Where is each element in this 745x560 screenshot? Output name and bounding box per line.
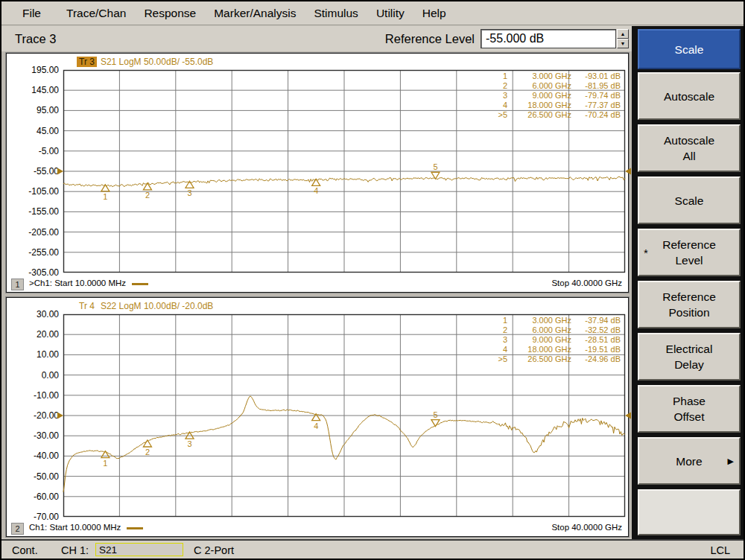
plot-area: Tr 3S21 LogM 50.00dB/ -55.0dB195.00145.0…	[1, 51, 632, 538]
marker-number-label: 5	[433, 162, 437, 171]
sweep-range-footer: 1>Ch1: Start 10.0000 MHzStop 40.0000 GHz	[7, 278, 628, 290]
plot-panel-s21: Tr 3S21 LogM 50.00dB/ -55.0dB195.00145.0…	[6, 53, 629, 293]
softkey-scale[interactable]: Scale	[638, 176, 741, 224]
spin-down-button[interactable]: ▼	[617, 39, 629, 48]
trace-marker-5[interactable]: 5	[431, 162, 440, 179]
trace-marker-1[interactable]: 1	[101, 185, 110, 201]
trace-marker-3[interactable]: 3	[186, 181, 194, 197]
sweep-mode-status: Cont.	[12, 544, 38, 556]
marker-readout-value: -37.94 dB	[571, 316, 621, 325]
marker-readout-frequency: 18.000 GHz	[507, 345, 571, 354]
marker-readout-value: -19.51 dB	[571, 345, 621, 354]
marker-readout-table: 13.000 GHz-93.01 dB26.000 GHz-81.95 dB39…	[488, 71, 621, 120]
menu-item-stimulus[interactable]: Stimulus	[305, 7, 367, 20]
softkey-label: Autoscale	[664, 133, 714, 148]
y-axis-tick-label: -40.00	[7, 451, 59, 461]
vna-screen: FileTrace/ChanResponseMarker/AnalysisSti…	[1, 1, 744, 559]
marker-number-label: 4	[314, 186, 318, 195]
softkey-label: More	[676, 454, 702, 469]
y-axis-tick-label: 0.00	[7, 370, 59, 381]
y-axis-tick-label: 10.00	[7, 349, 59, 360]
marker-readout-number: 2	[488, 325, 507, 335]
softkey-label: All	[682, 148, 695, 164]
softkey-reference-position[interactable]: ReferencePosition	[638, 281, 741, 328]
marker-readout-row: 13.000 GHz-37.94 dB	[488, 316, 621, 325]
marker-readout-number: >5	[488, 354, 507, 364]
softkey-label: Position	[668, 305, 709, 320]
y-axis-tick-label: 30.00	[7, 309, 59, 319]
menu-item-utility[interactable]: Utility	[367, 7, 413, 20]
y-axis-tick-label: -60.00	[7, 491, 59, 502]
spin-up-button[interactable]: ▲	[617, 29, 629, 39]
vna-window: FileTrace/ChanResponseMarker/AnalysisSti…	[0, 0, 745, 560]
reference-level-input[interactable]	[481, 29, 616, 48]
trace-marker-5[interactable]: 5	[431, 410, 440, 427]
marker-readout-frequency: 26.500 GHz	[507, 110, 571, 120]
sweep-stop-label: Stop 40.0000 GHz	[551, 523, 622, 532]
marker-number-label: 1	[103, 192, 107, 201]
active-trace-title: Trace 3	[15, 32, 56, 46]
marker-readout-value: -28.51 dB	[571, 335, 621, 345]
marker-number-label: 3	[187, 188, 191, 197]
marker-readout-value: -77.37 dB	[571, 101, 621, 110]
reference-level-spinner: ▲ ▼	[617, 29, 629, 48]
menu-item-trace-chan[interactable]: Trace/Chan	[57, 7, 135, 20]
ref-level-arrow-right	[625, 413, 631, 419]
softkey-autoscale[interactable]: Autoscale	[638, 72, 741, 120]
marker-readout-number: 4	[488, 101, 507, 110]
trace-color-dash-icon	[127, 527, 143, 529]
marker-readout-number: >5	[488, 110, 507, 120]
y-axis-tick-label: 145.00	[7, 85, 59, 95]
sweep-stop-label: Stop 40.0000 GHz	[551, 279, 622, 287]
submenu-arrow-icon: ▶	[728, 454, 734, 469]
y-axis-tick-label: -5.00	[7, 146, 59, 156]
channel-status-label: CH 1:	[61, 544, 89, 556]
softkey-autoscale-all[interactable]: AutoscaleAll	[638, 124, 741, 172]
trace-number-badge[interactable]: Tr 4	[77, 301, 97, 311]
marker-readout-frequency: 6.000 GHz	[507, 325, 571, 335]
trace-marker-4[interactable]: 4	[312, 414, 320, 430]
y-axis-tick-label: 20.00	[7, 329, 59, 340]
marker-readout-value: -93.01 dB	[571, 71, 621, 81]
trace-marker-4[interactable]: 4	[312, 179, 320, 195]
softkey-phase-offset[interactable]: PhaseOffset	[638, 385, 741, 433]
marker-readout-value: -32.52 dB	[571, 325, 621, 335]
y-axis-tick-label: -205.00	[7, 227, 59, 238]
menu-item-response[interactable]: Response	[135, 7, 205, 20]
marker-number-label: 4	[314, 421, 318, 430]
softkey-electrical-delay[interactable]: ElectricalDelay	[638, 333, 741, 381]
marker-readout-row: 39.000 GHz-28.51 dB	[488, 335, 621, 345]
marker-readout-frequency: 18.000 GHz	[507, 101, 571, 110]
marker-readout-frequency: 3.000 GHz	[507, 316, 571, 325]
cal-status: C 2-Port	[194, 544, 234, 556]
y-axis-tick-label: -55.00	[7, 166, 59, 176]
softkey-label: Scale	[675, 193, 704, 209]
menu-bar: FileTrace/ChanResponseMarker/AnalysisSti…	[1, 1, 744, 25]
reference-level-label: Reference Level	[385, 32, 475, 46]
menu-item-file[interactable]: File	[13, 7, 57, 20]
y-axis-tick-label: -255.00	[7, 247, 59, 258]
menu-item-marker-analysis[interactable]: Marker/Analysis	[205, 7, 305, 20]
marker-readout-value: -24.96 dB	[571, 354, 621, 364]
marker-readout-row: 39.000 GHz-79.74 dB	[488, 91, 621, 101]
ref-level-arrow-left	[57, 168, 63, 175]
marker-number-label: 3	[187, 439, 191, 448]
y-axis-tick-label: -105.00	[7, 186, 59, 197]
plot-panel-s22: Tr 4S22 LogM 10.00dB/ -20.0dB30.0020.001…	[6, 297, 629, 537]
marker-readout-row: >526.500 GHz-70.24 dB	[488, 110, 621, 120]
softkey-reference-level[interactable]: ReferenceLevel*	[638, 229, 741, 276]
menu-item-help[interactable]: Help	[413, 7, 455, 20]
trace-number-badge[interactable]: Tr 3	[77, 57, 97, 67]
marker-readout-row: 26.000 GHz-32.52 dB	[488, 325, 621, 335]
softkey-label: Electrical	[666, 341, 713, 357]
marker-readout-table: 13.000 GHz-37.94 dB26.000 GHz-32.52 dB39…	[488, 316, 621, 364]
trace-status-header: Tr 3S21 LogM 50.00dB/ -55.0dB	[77, 57, 213, 67]
y-axis-tick-label: -70.00	[7, 512, 59, 522]
y-axis-tick-label: 95.00	[7, 105, 59, 115]
trace-format-label: S22 LogM 10.00dB/ -20.0dB	[101, 301, 213, 311]
y-axis-tick-label: 195.00	[7, 65, 59, 75]
trace-marker-3[interactable]: 3	[186, 432, 194, 448]
marker-number-label: 2	[145, 448, 150, 456]
softkey-scale[interactable]: Scale	[638, 29, 741, 69]
softkey-more[interactable]: More▶	[638, 437, 741, 485]
